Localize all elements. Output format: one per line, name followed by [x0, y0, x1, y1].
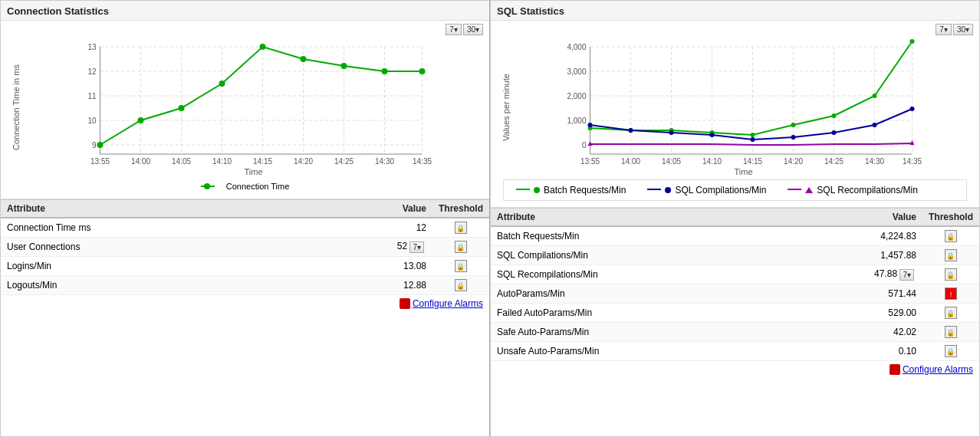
unsafe-autoparams-attr: Unsafe Auto-Params/Min: [491, 342, 784, 361]
table-row: Connection Time ms 12 🔒: [1, 218, 489, 238]
connection-threshold-header: Threshold: [432, 200, 489, 219]
table-row: Logins/Min 13.08 🔒: [1, 257, 489, 276]
batch-requests-threshold-icon[interactable]: 🔒: [945, 230, 957, 242]
connection-configure-alarms-label: Configure Alarms: [413, 298, 483, 309]
batch-requests-attr: Batch Requests/Min: [491, 226, 784, 246]
safe-autoparams-threshold-icon[interactable]: 🔒: [945, 326, 957, 338]
table-row: Logouts/Min 12.88 🔒: [1, 276, 489, 295]
connection-time-legend-label: Connection Time: [226, 182, 290, 191]
sql-compilations-value: 1,457.88: [784, 246, 922, 265]
sql-chart-area: 7▾ 30▾ Values per minute: [491, 21, 979, 208]
svg-point-73: [751, 133, 755, 137]
user-connections-value: 52 7▾: [302, 238, 432, 257]
sql-recompilations-legend-label: SQL Recompilations/Min: [817, 185, 918, 196]
connection-configure-alarms-link[interactable]: Configure Alarms: [400, 298, 483, 309]
autoparams-threshold: !: [922, 284, 979, 304]
svg-point-34: [260, 44, 266, 50]
safe-autoparams-attr: Safe Auto-Params/Min: [491, 323, 784, 342]
logins-min-value: 13.08: [302, 257, 432, 276]
table-row: Safe Auto-Params/Min 42.02 🔒: [491, 323, 979, 342]
svg-point-37: [382, 68, 388, 74]
svg-text:10: 10: [87, 117, 97, 125]
svg-point-78: [588, 123, 593, 127]
connection-30-btn[interactable]: 30▾: [463, 24, 483, 35]
connection-time-legend-item: Connection Time: [201, 182, 290, 191]
sql-configure-alarms-row: Configure Alarms: [491, 361, 979, 380]
logouts-min-attr: Logouts/Min: [1, 276, 302, 295]
svg-point-36: [341, 63, 347, 69]
svg-point-83: [791, 135, 796, 140]
svg-text:13: 13: [87, 43, 97, 51]
svg-point-84: [832, 130, 837, 135]
svg-text:14:00: 14:00: [621, 157, 640, 166]
table-row: Unsafe Auto-Params/Min 0.10 🔒: [491, 342, 979, 361]
svg-text:14:30: 14:30: [375, 157, 394, 166]
safe-autoparams-threshold: 🔒: [922, 323, 979, 342]
sql-stats-title: SQL Statistics: [491, 1, 979, 21]
logins-min-threshold-icon[interactable]: 🔒: [455, 260, 467, 272]
svg-point-77: [910, 39, 915, 44]
failed-autoparams-value: 529.00: [784, 304, 922, 323]
svg-point-81: [710, 133, 715, 137]
conn-time-ms-threshold-icon[interactable]: 🔒: [455, 222, 467, 234]
logins-min-attr: Logins/Min: [1, 257, 302, 276]
connection-chart-toolbar: 7▾ 30▾: [446, 24, 483, 35]
autoparams-threshold-icon[interactable]: !: [945, 288, 957, 300]
connection-configure-alarms-row: Configure Alarms: [1, 295, 489, 314]
svg-point-31: [138, 117, 144, 123]
unsafe-autoparams-value: 0.10: [784, 342, 922, 361]
connection-table: Attribute Value Threshold Connection Tim…: [1, 199, 489, 295]
sql-30-btn[interactable]: 30▾: [953, 24, 973, 35]
svg-point-85: [873, 123, 877, 127]
connection-7-btn[interactable]: 7▾: [446, 24, 462, 35]
svg-text:12: 12: [87, 67, 97, 76]
svg-text:14:10: 14:10: [212, 157, 232, 166]
svg-text:14:05: 14:05: [662, 157, 681, 166]
user-connections-badge[interactable]: 7▾: [409, 242, 424, 253]
svg-text:3,000: 3,000: [567, 67, 586, 76]
svg-point-30: [97, 142, 104, 148]
svg-text:14:05: 14:05: [172, 157, 191, 166]
failed-autoparams-threshold-icon[interactable]: 🔒: [945, 307, 957, 319]
batch-requests-legend: Batch Requests/Min: [516, 185, 626, 196]
sql-compilations-threshold-icon[interactable]: 🔒: [945, 249, 957, 261]
user-connections-threshold-icon[interactable]: 🔒: [455, 241, 467, 253]
svg-point-86: [910, 107, 915, 111]
svg-point-38: [419, 68, 426, 74]
sql-recompilations-value: 47.88 7▾: [784, 265, 922, 284]
sql-configure-alarms-label: Configure Alarms: [903, 364, 973, 375]
svg-point-79: [629, 128, 633, 133]
sql-configure-alarms-link[interactable]: Configure Alarms: [890, 364, 973, 375]
sql-recompilations-badge[interactable]: 7▾: [899, 269, 914, 281]
sql-compilations-threshold: 🔒: [922, 246, 979, 265]
svg-text:14:20: 14:20: [784, 157, 803, 166]
table-row: Failed AutoParams/Min 529.00 🔒: [491, 304, 979, 323]
sql-recompilations-attr: SQL Recompilations/Min: [491, 265, 784, 284]
sql-attr-header: Attribute: [491, 209, 784, 227]
svg-point-75: [832, 113, 837, 118]
sql-recompilations-legend: SQL Recompilations/Min: [788, 185, 918, 196]
safe-autoparams-value: 42.02: [784, 323, 922, 342]
table-row: User Connections 52 7▾ 🔒: [1, 238, 489, 257]
sql-chart-toolbar: 7▾ 30▾: [936, 24, 973, 35]
batch-requests-legend-label: Batch Requests/Min: [544, 185, 626, 196]
sql-svg-area: 0 1,000 2,000 3,000 4,000 13:55 14:00: [514, 39, 973, 176]
sql-chart-wrapper: Values per minute: [497, 39, 973, 176]
user-connections-attr: User Connections: [1, 238, 302, 257]
sql-compilations-legend-label: SQL Compilations/Min: [675, 185, 766, 196]
connection-legend: Connection Time: [7, 176, 483, 196]
unsafe-autoparams-threshold-icon[interactable]: 🔒: [945, 345, 957, 357]
logouts-min-threshold: 🔒: [432, 276, 489, 295]
sql-chart-legend: Batch Requests/Min SQL Compilations/Min …: [503, 179, 967, 201]
svg-text:14:20: 14:20: [294, 157, 313, 166]
conn-time-ms-threshold: 🔒: [432, 218, 489, 238]
svg-point-82: [751, 137, 755, 142]
sql-7-btn[interactable]: 7▾: [936, 24, 952, 35]
svg-point-76: [873, 94, 877, 98]
svg-point-80: [669, 130, 674, 135]
svg-text:14:25: 14:25: [824, 157, 844, 166]
sql-recompilations-threshold-icon[interactable]: 🔒: [945, 268, 957, 281]
connection-attr-header: Attribute: [1, 200, 302, 219]
sql-y-label: Values per minute: [498, 39, 514, 176]
logouts-min-threshold-icon[interactable]: 🔒: [455, 279, 467, 291]
